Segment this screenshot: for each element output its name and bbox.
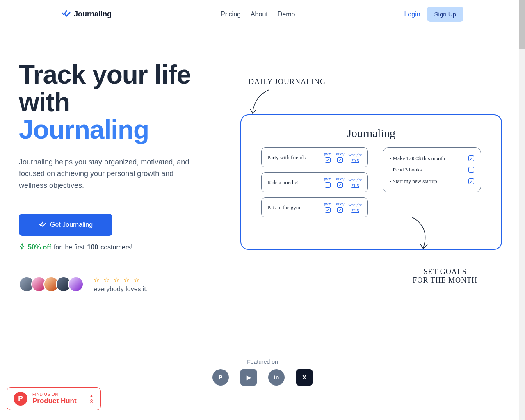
rating-caption: everybody loves it.	[94, 285, 148, 293]
hero-title: Track your life with Journaling	[19, 61, 199, 144]
get-journaling-button[interactable]: Get Journaling	[19, 214, 112, 236]
illustration-title: Journaling	[253, 127, 490, 140]
youtube-icon[interactable]: ▶	[240, 369, 257, 386]
nav-pricing[interactable]: Pricing	[221, 11, 241, 18]
discount-percent: 50% off	[28, 244, 51, 251]
x-icon[interactable]: X	[296, 369, 313, 386]
star-rating: ☆ ☆ ☆ ☆ ☆	[94, 276, 148, 284]
journal-entry: Ride a porche!gymstudy✓wheight71.5	[261, 172, 368, 192]
goal-text: - Read 3 books	[390, 167, 422, 173]
main-nav: Pricing About Demo	[221, 11, 295, 18]
logo[interactable]: Journaling	[62, 9, 112, 20]
journal-entries: Party with friendsgym✓study✓wheight70.5R…	[261, 147, 368, 217]
social-proof: ☆ ☆ ☆ ☆ ☆ everybody loves it.	[19, 276, 199, 293]
goals-card: - Make 1.000$ this month✓- Read 3 books-…	[383, 147, 481, 192]
featured-on: Featured on P ▶ in X	[0, 358, 525, 386]
discount-line: 50% off for the first 100 costumers!	[19, 243, 199, 251]
hero-title-brand: Journaling	[19, 115, 149, 144]
hero-subtitle: Journaling helps you stay organized, mot…	[19, 156, 191, 192]
hero: Track your life with Journaling Journali…	[0, 28, 525, 309]
header: Journaling Pricing About Demo Login Sign…	[0, 0, 525, 28]
hero-title-line1: Track your life	[19, 60, 191, 89]
check-double-icon	[39, 220, 46, 229]
cta-label: Get Journaling	[50, 221, 93, 228]
featured-label: Featured on	[0, 358, 525, 365]
entry-text: P.R. in the gym	[267, 204, 300, 211]
avatar	[68, 276, 84, 292]
goal-item: - Read 3 books	[390, 167, 474, 173]
entry-text: Ride a porche!	[267, 179, 299, 186]
hero-copy: Track your life with Journaling Journali…	[19, 61, 199, 293]
nav-about[interactable]: About	[251, 11, 268, 18]
goal-item: - Make 1.000$ this month✓	[390, 155, 474, 162]
producthunt-icon[interactable]: P	[212, 369, 229, 386]
goal-item: - Start my new startup✓	[390, 178, 474, 185]
nav-demo[interactable]: Demo	[278, 11, 295, 18]
linkedin-icon[interactable]: in	[268, 369, 285, 386]
hero-title-line2: with	[19, 87, 70, 117]
discount-mid: for the first	[54, 244, 85, 251]
journal-entry: Party with friendsgym✓study✓wheight70.5	[261, 147, 368, 167]
discount-end: costumers!	[100, 244, 132, 251]
entry-text: Party with friends	[267, 154, 306, 161]
illustration-box: Journaling Party with friendsgym✓study✓w…	[240, 114, 502, 250]
annotation-daily-journaling: DAILY JOURNALING	[249, 78, 326, 86]
auth-actions: Login Sign Up	[404, 7, 463, 22]
goal-text: - Make 1.000$ this month	[390, 155, 445, 162]
scrollbar[interactable]	[519, 0, 525, 386]
arrow-icon	[408, 215, 436, 252]
hero-illustration: DAILY JOURNALING Journaling Party with f…	[224, 61, 506, 293]
discount-number: 100	[87, 244, 98, 251]
journal-entry: P.R. in the gymgym✓study✓wheight72.5	[261, 197, 368, 217]
check-double-icon	[62, 9, 71, 20]
rating: ☆ ☆ ☆ ☆ ☆ everybody loves it.	[94, 276, 148, 293]
bolt-icon	[19, 243, 25, 251]
avatar-stack	[19, 276, 84, 292]
signup-button[interactable]: Sign Up	[427, 7, 463, 22]
annotation-set-goals: SET GOALS FOR THE MONTH	[413, 267, 477, 285]
arrow-icon	[249, 88, 277, 116]
goal-text: - Start my new startup	[390, 178, 437, 185]
login-link[interactable]: Login	[404, 11, 420, 18]
logo-text: Journaling	[74, 10, 112, 18]
